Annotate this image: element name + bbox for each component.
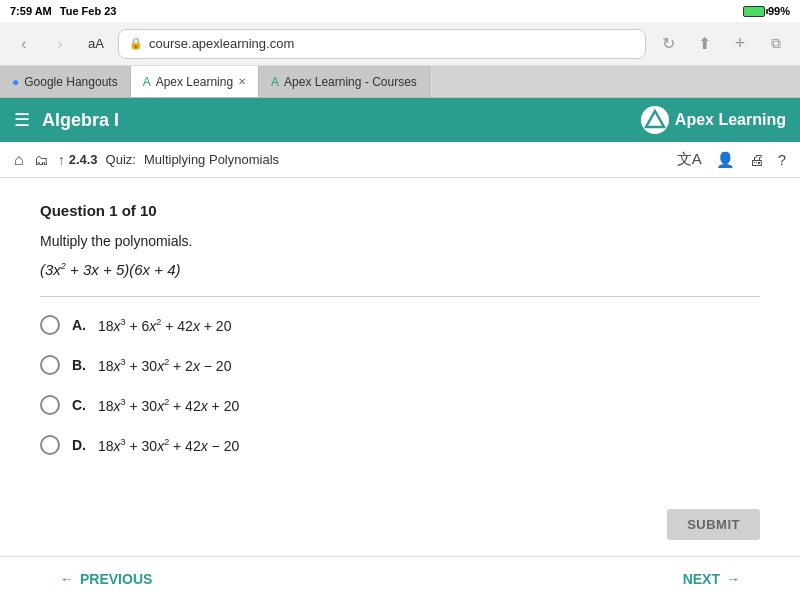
breadcrumb-type: Quiz: bbox=[106, 152, 136, 167]
lock-icon: 🔒 bbox=[129, 37, 143, 50]
choice-label-b: B. bbox=[72, 357, 86, 373]
app-title: Algebra I bbox=[42, 110, 119, 131]
tabs-bar: ● Google Hangouts A Apex Learning ✕ A Ap… bbox=[0, 66, 800, 98]
battery-indicator: 99% bbox=[743, 5, 790, 17]
refresh-button[interactable]: ↻ bbox=[654, 30, 682, 58]
choice-text-a: 18x3 + 6x2 + 42x + 20 bbox=[98, 317, 231, 334]
previous-label: PREVIOUS bbox=[80, 571, 152, 587]
submit-container: SUBMIT bbox=[0, 499, 800, 550]
apex-logo-icon bbox=[641, 106, 669, 134]
date-display: Tue Feb 23 bbox=[60, 5, 117, 17]
next-link[interactable]: NEXT bbox=[683, 571, 740, 587]
breadcrumb-section: 2.4.3 bbox=[69, 152, 98, 167]
choice-text-b: 18x3 + 30x2 + 2x − 20 bbox=[98, 357, 231, 374]
answer-choice-c[interactable]: C. 18x3 + 30x2 + 42x + 20 bbox=[40, 395, 760, 415]
apex-icon-svg bbox=[644, 109, 666, 131]
divider bbox=[40, 296, 760, 297]
apex-logo-text: Apex Learning bbox=[675, 111, 786, 129]
url-display: course.apexlearning.com bbox=[149, 36, 294, 51]
choice-label-c: C. bbox=[72, 397, 86, 413]
breadcrumb-tools: 文A 👤 🖨 ? bbox=[677, 150, 786, 169]
next-label: NEXT bbox=[683, 571, 720, 587]
briefcase-icon[interactable]: 🗂 bbox=[34, 152, 48, 168]
translate-icon[interactable]: 文A bbox=[677, 150, 702, 169]
browser-toolbar: ‹ › aA 🔒 course.apexlearning.com ↻ ⬆ + ⧉ bbox=[0, 22, 800, 66]
answer-choice-b[interactable]: B. 18x3 + 30x2 + 2x − 20 bbox=[40, 355, 760, 375]
arrow-left-icon bbox=[60, 571, 74, 587]
back-button[interactable]: ‹ bbox=[10, 30, 38, 58]
tab-favicon-hangouts: ● bbox=[12, 75, 19, 89]
help-icon[interactable]: ? bbox=[778, 151, 786, 168]
radio-a[interactable] bbox=[40, 315, 60, 335]
tab-favicon-courses: A bbox=[271, 75, 279, 89]
add-tab-button[interactable]: + bbox=[726, 30, 754, 58]
tab-favicon-apex: A bbox=[143, 75, 151, 89]
tabs-button[interactable]: ⧉ bbox=[762, 30, 790, 58]
tab-label-apex: Apex Learning bbox=[156, 75, 233, 89]
share-button[interactable]: ⬆ bbox=[690, 30, 718, 58]
answer-choice-a[interactable]: A. 18x3 + 6x2 + 42x + 20 bbox=[40, 315, 760, 335]
tab-hangouts[interactable]: ● Google Hangouts bbox=[0, 66, 131, 97]
audio-icon[interactable]: 👤 bbox=[716, 151, 735, 169]
tab-label-courses: Apex Learning - Courses bbox=[284, 75, 417, 89]
reader-mode-button[interactable]: aA bbox=[82, 30, 110, 58]
app-header: ☰ Algebra I Apex Learning bbox=[0, 98, 800, 142]
question-header: Question 1 of 10 bbox=[40, 202, 760, 219]
radio-b[interactable] bbox=[40, 355, 60, 375]
choice-label-d: D. bbox=[72, 437, 86, 453]
submit-button[interactable]: SUBMIT bbox=[667, 509, 760, 540]
breadcrumb-name: Multiplying Polynomials bbox=[144, 152, 279, 167]
svg-marker-0 bbox=[646, 111, 664, 127]
status-bar: 7:59 AM Tue Feb 23 99% bbox=[0, 0, 800, 22]
equation-display: (3x2 + 3x + 5)(6x + 4) bbox=[40, 261, 760, 278]
question-instruction: Multiply the polynomials. bbox=[40, 233, 760, 249]
print-icon[interactable]: 🖨 bbox=[749, 151, 764, 168]
tab-label-hangouts: Google Hangouts bbox=[24, 75, 117, 89]
choice-label-a: A. bbox=[72, 317, 86, 333]
radio-d[interactable] bbox=[40, 435, 60, 455]
breadcrumb-bar: ⌂ 🗂 ↑ 2.4.3 Quiz: Multiplying Polynomial… bbox=[0, 142, 800, 178]
battery-percent: 99% bbox=[768, 5, 790, 17]
breadcrumb: ↑ 2.4.3 Quiz: Multiplying Polynomials bbox=[58, 152, 279, 168]
forward-button[interactable]: › bbox=[46, 30, 74, 58]
radio-c[interactable] bbox=[40, 395, 60, 415]
time-display: 7:59 AM bbox=[10, 5, 52, 17]
choice-text-d: 18x3 + 30x2 + 42x − 20 bbox=[98, 437, 239, 454]
tab-courses[interactable]: A Apex Learning - Courses bbox=[259, 66, 430, 97]
apex-logo: Apex Learning bbox=[641, 106, 786, 134]
answer-choice-d[interactable]: D. 18x3 + 30x2 + 42x − 20 bbox=[40, 435, 760, 455]
breadcrumb-arrow: ↑ bbox=[58, 152, 65, 168]
arrow-right-icon bbox=[726, 571, 740, 587]
bottom-nav: PREVIOUS NEXT bbox=[0, 556, 800, 600]
choice-text-c: 18x3 + 30x2 + 42x + 20 bbox=[98, 397, 239, 414]
address-bar[interactable]: 🔒 course.apexlearning.com bbox=[118, 29, 646, 59]
reader-label: aA bbox=[88, 36, 104, 51]
tab-close-apex[interactable]: ✕ bbox=[238, 76, 246, 87]
main-content: Question 1 of 10 Multiply the polynomial… bbox=[0, 178, 800, 499]
status-bar-right: 99% bbox=[743, 5, 790, 17]
tab-apex[interactable]: A Apex Learning ✕ bbox=[131, 66, 259, 97]
previous-link[interactable]: PREVIOUS bbox=[60, 571, 152, 587]
hamburger-menu[interactable]: ☰ bbox=[14, 109, 30, 131]
home-icon[interactable]: ⌂ bbox=[14, 151, 24, 169]
